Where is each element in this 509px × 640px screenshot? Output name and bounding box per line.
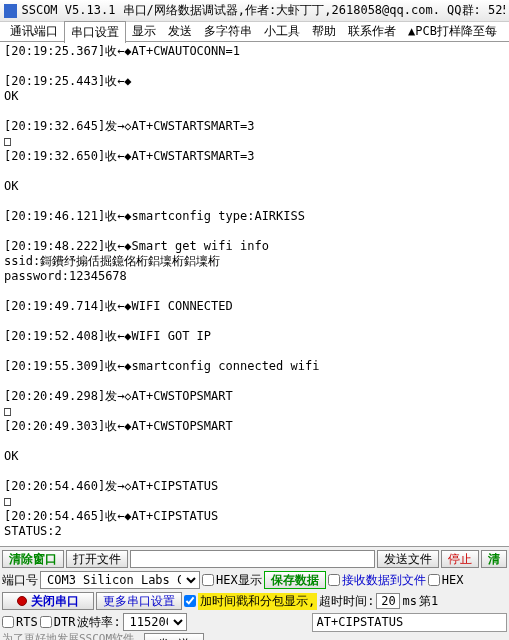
hex2-check[interactable]: HEX	[428, 573, 464, 587]
terminal-line	[4, 224, 505, 239]
window-title: SSCOM V5.13.1 串口/网络数据调试器,作者:大虾丁丁,2618058…	[21, 2, 505, 19]
terminal-line: [20:19:32.650]收←◆AT+CWSTARTSMART=3	[4, 149, 505, 164]
open-file-button[interactable]: 打开文件	[66, 550, 128, 568]
terminal-line: [20:20:49.303]收←◆AT+CWSTOPSMART	[4, 419, 505, 434]
menu-contact[interactable]: 联系作者	[342, 21, 402, 42]
menu-serial-settings[interactable]: 串口设置	[64, 21, 126, 43]
terminal-line: ssid:鎶鐨纾搧佸掘鐿佲桁鋁壈桁鋁壈桁	[4, 254, 505, 269]
recv-to-file-check[interactable]: 接收数据到文件	[328, 572, 426, 589]
terminal-line: □	[4, 404, 505, 419]
port-label: 端口号	[2, 572, 38, 589]
menu-comm-port[interactable]: 通讯端口	[4, 21, 64, 42]
menu-tools[interactable]: 小工具	[258, 21, 306, 42]
bytes-label: 第1	[419, 593, 438, 610]
more-settings-button[interactable]: 更多串口设置	[96, 592, 182, 610]
terminal-line	[4, 434, 505, 449]
menu-pcb[interactable]: ▲PCB打样降至每	[402, 21, 503, 42]
titlebar: SSCOM V5.13.1 串口/网络数据调试器,作者:大虾丁丁,2618058…	[0, 0, 509, 22]
send-button[interactable]: 发 送	[144, 633, 204, 640]
terminal-line: [20:19:55.309]收←◆smartconfig connected w…	[4, 359, 505, 374]
terminal-line	[4, 194, 505, 209]
terminal-line	[4, 284, 505, 299]
terminal-line: OK	[4, 89, 505, 104]
terminal-line	[4, 344, 505, 359]
hint-line1: 为了更好地发展SSCOM软件	[2, 633, 142, 640]
dtr-check[interactable]: DTR	[40, 615, 76, 629]
terminal-line: [20:19:46.121]收←◆smartconfig type:AIRKIS…	[4, 209, 505, 224]
terminal-line: [20:20:49.298]发→◇AT+CWSTOPSMART	[4, 389, 505, 404]
terminal-line: □	[4, 494, 505, 509]
save-data-button[interactable]: 保存数据	[264, 571, 326, 589]
terminal-line: [20:19:49.714]收←◆WIFI CONNECTED	[4, 299, 505, 314]
menu-display[interactable]: 显示	[126, 21, 162, 42]
clear-send-button[interactable]: 清	[481, 550, 507, 568]
file-path-combo[interactable]	[130, 550, 375, 568]
send-text-input[interactable]	[313, 614, 506, 631]
menu-send[interactable]: 发送	[162, 21, 198, 42]
port-led-icon	[17, 596, 27, 606]
menu-multistring[interactable]: 多字符串	[198, 21, 258, 42]
terminal-line: [20:19:25.367]收←◆AT+CWAUTOCONN=1	[4, 44, 505, 59]
terminal-line: OK	[4, 449, 505, 464]
send-file-button[interactable]: 发送文件	[377, 550, 439, 568]
close-port-button[interactable]: 关闭串口	[2, 592, 94, 610]
hex-display-check[interactable]: HEX显示	[202, 572, 262, 589]
terminal-line: [20:20:54.460]发→◇AT+CIPSTATUS	[4, 479, 505, 494]
timeout-input[interactable]	[376, 593, 400, 609]
terminal-line: [20:20:54.465]收←◆AT+CIPSTATUS	[4, 509, 505, 524]
terminal-line	[4, 539, 505, 547]
rts-check[interactable]: RTS	[2, 615, 38, 629]
timeout-unit: ms	[402, 594, 416, 608]
terminal-line: [20:19:25.443]收←◆	[4, 74, 505, 89]
terminal-line	[4, 374, 505, 389]
stop-button[interactable]: 停止	[441, 550, 479, 568]
timestamp-check[interactable]: 加时间戳和分包显示,	[184, 593, 317, 610]
app-icon	[4, 4, 17, 18]
terminal-line: [20:19:32.645]发→◇AT+CWSTARTSMART=3	[4, 119, 505, 134]
port-select[interactable]: COM3 Silicon Labs CP210x U	[40, 571, 200, 589]
terminal-line: □	[4, 134, 505, 149]
clear-window-button[interactable]: 清除窗口	[2, 550, 64, 568]
terminal-line: [20:19:52.408]收←◆WIFI GOT IP	[4, 329, 505, 344]
menu-help[interactable]: 帮助	[306, 21, 342, 42]
terminal-line: [20:19:48.222]收←◆Smart get wifi info	[4, 239, 505, 254]
terminal-line	[4, 59, 505, 74]
terminal-line	[4, 164, 505, 179]
terminal-output[interactable]: [20:19:25.367]收←◆AT+CWAUTOCONN=1 [20:19:…	[0, 42, 509, 547]
controls-panel: 清除窗口 打开文件 发送文件 停止 清 端口号 COM3 Silicon Lab…	[0, 547, 509, 640]
terminal-line	[4, 314, 505, 329]
baud-select[interactable]: 115200	[123, 613, 187, 631]
baud-label: 波特率:	[77, 614, 120, 631]
menubar: 通讯端口 串口设置 显示 发送 多字符串 小工具 帮助 联系作者 ▲PCB打样降…	[0, 22, 509, 42]
terminal-line: STATUS:2	[4, 524, 505, 539]
terminal-line	[4, 104, 505, 119]
terminal-line: OK	[4, 179, 505, 194]
terminal-line: password:12345678	[4, 269, 505, 284]
terminal-line	[4, 464, 505, 479]
timeout-label: 超时时间:	[319, 593, 374, 610]
